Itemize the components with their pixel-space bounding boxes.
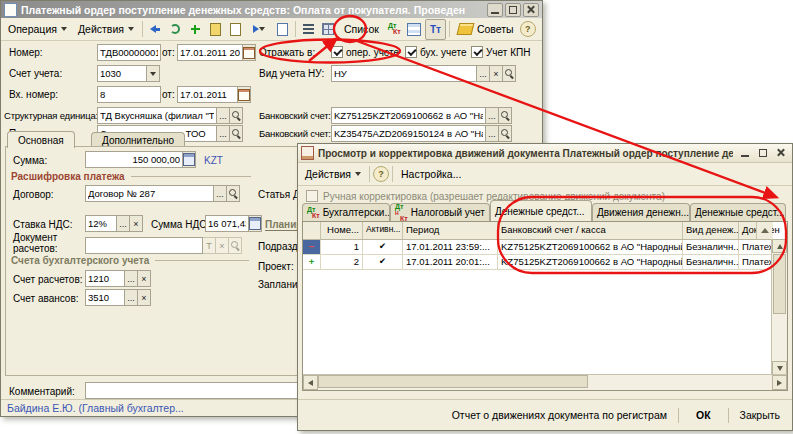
nu-kind-input[interactable]	[331, 65, 477, 82]
col-header-period[interactable]: Период	[403, 222, 498, 239]
copy-add-button[interactable]	[206, 20, 225, 39]
close-button[interactable]	[773, 146, 789, 160]
contract-input[interactable]	[85, 185, 214, 202]
horizontal-scrollbar[interactable]	[303, 374, 787, 390]
close-window-button[interactable]: Закрыть	[736, 406, 784, 424]
cell-active-check[interactable]: ✔	[363, 255, 403, 269]
kpn-checkbox[interactable]	[471, 46, 483, 58]
cell-period[interactable]: 17.01.2011 20:01:...	[403, 255, 498, 269]
clear-button[interactable]: ×	[216, 237, 229, 254]
sort-indicator[interactable]	[756, 222, 772, 240]
scroll-down-button[interactable]	[772, 361, 787, 375]
manual-adjustment-checkbox[interactable]	[306, 190, 318, 202]
account-input[interactable]	[97, 65, 147, 82]
go-button[interactable]	[246, 20, 272, 39]
clear-button[interactable]: ×	[130, 215, 143, 232]
cell-number[interactable]: 2	[321, 255, 363, 269]
window2-titlebar[interactable]: Просмотр и корректировка движений докуме…	[298, 144, 792, 163]
operation-menu[interactable]: Операция	[3, 21, 72, 37]
scroll-right-button[interactable]	[772, 375, 787, 390]
bank-account-input-2[interactable]	[331, 125, 486, 142]
tab-cash-register[interactable]: Денежные средст...	[490, 200, 592, 221]
lookup-button[interactable]	[499, 125, 512, 142]
edit-note-button[interactable]	[273, 20, 292, 39]
help-button[interactable]: ?	[373, 166, 389, 182]
actions-menu[interactable]: Действия	[73, 21, 139, 37]
ellipsis-button[interactable]: ...	[214, 185, 227, 202]
col-header-number[interactable]: Номе...	[321, 222, 363, 239]
ellipsis-button[interactable]: ...	[477, 65, 490, 82]
ellipsis-button[interactable]: ...	[117, 215, 130, 232]
ellipsis-button[interactable]: ...	[217, 107, 230, 124]
bank-account-input-1[interactable]	[331, 107, 486, 124]
settings-button[interactable]: Настройка...	[396, 166, 466, 182]
cell-kind[interactable]: Безналичн...	[683, 240, 739, 254]
calendar-button[interactable]	[243, 44, 256, 61]
window1-titlebar[interactable]: Платежный ордер поступление денежных сре…	[1, 1, 542, 18]
ellipsis-button[interactable]: ...	[125, 289, 138, 306]
oper-account-checkbox[interactable]	[331, 46, 343, 58]
help-button[interactable]: ?	[520, 21, 536, 37]
col-header-active[interactable]: Активн...	[363, 222, 403, 239]
number-input[interactable]	[97, 44, 161, 61]
vat-sum-input[interactable]	[205, 215, 249, 232]
clear-button[interactable]: ×	[138, 270, 151, 287]
col-header-kind[interactable]: Вид денеж...	[683, 222, 739, 239]
scroll-up-button[interactable]	[772, 239, 787, 253]
structure-button[interactable]	[319, 20, 338, 39]
col-header-account[interactable]: Банковский счет / касса	[498, 222, 683, 239]
vat-rate-input[interactable]	[85, 215, 117, 232]
ellipsis-button[interactable]: ...	[125, 270, 138, 287]
buh-account-checkbox[interactable]	[405, 46, 417, 58]
minimize-button[interactable]	[737, 146, 753, 160]
list-button[interactable]: Список	[339, 21, 384, 37]
clear-button[interactable]: ×	[138, 289, 151, 306]
calculator-button[interactable]	[249, 215, 262, 232]
posting-result-button[interactable]	[405, 20, 424, 39]
unit-input[interactable]	[97, 107, 217, 124]
maximize-button[interactable]	[755, 146, 771, 160]
tips-button[interactable]: Советы	[453, 21, 519, 37]
calendar-button[interactable]	[238, 86, 251, 103]
cell-kind[interactable]: Безналичн...	[683, 255, 739, 269]
cell-period[interactable]: 17.01.2011 23:59:...	[403, 240, 498, 254]
registers-report-button[interactable]: Отчет о движениях документа по регистрам	[448, 406, 671, 424]
lookup-button[interactable]	[499, 107, 512, 124]
scroll-left-button[interactable]	[303, 375, 318, 390]
maximize-button[interactable]	[505, 3, 521, 17]
col-header-marker[interactable]	[303, 222, 321, 239]
lookup-button[interactable]	[230, 107, 243, 124]
lookup-button[interactable]	[227, 185, 240, 202]
cell-number[interactable]: 1	[321, 240, 363, 254]
sum-input[interactable]	[85, 151, 183, 168]
settlement-doc-input[interactable]	[85, 237, 203, 254]
actions-menu[interactable]: Действия	[300, 166, 366, 182]
dropdown-button[interactable]	[147, 65, 160, 82]
type-button[interactable]: T	[203, 237, 216, 254]
lookup-button[interactable]	[503, 65, 516, 82]
description-button[interactable]: Тт	[425, 19, 446, 40]
tab-tax[interactable]: ДтНКтНалоговый учет	[390, 203, 490, 221]
reread-button[interactable]	[166, 20, 185, 39]
clear-button[interactable]: ×	[490, 65, 503, 82]
tab-accounting[interactable]: ДтКтБухгалтерски...	[302, 203, 390, 221]
ellipsis-button[interactable]: ...	[217, 125, 230, 142]
vertical-scrollbar[interactable]	[771, 239, 787, 375]
dtkt-postings-button[interactable]: ДтКт	[385, 20, 404, 39]
ellipsis-button[interactable]: ...	[486, 107, 499, 124]
cell-account[interactable]: KZ75125KZT2069100662 в АО "Народный Банк…	[498, 240, 683, 254]
post-and-close-button[interactable]	[146, 20, 165, 39]
calculator-button[interactable]	[183, 151, 196, 168]
tab-cash-movements[interactable]: Движения денежн...	[592, 203, 690, 221]
movement-row[interactable]: + 2 ✔ 17.01.2011 20:01:... KZ75125KZT206…	[303, 255, 773, 270]
cell-account[interactable]: KZ75125KZT2069100662 в АО "Народный Банк…	[498, 255, 683, 269]
ok-button[interactable]: ОК	[686, 406, 721, 424]
list-view-button[interactable]	[299, 20, 318, 39]
vertical-scroll-thumb[interactable]	[773, 254, 786, 314]
cell-active-check[interactable]: ✔	[363, 240, 403, 254]
tab-main[interactable]: Основная	[7, 131, 75, 148]
settlement-account-input[interactable]	[85, 270, 125, 287]
copy-button[interactable]	[226, 20, 245, 39]
date-input[interactable]	[177, 44, 243, 61]
minimize-button[interactable]	[487, 3, 503, 17]
